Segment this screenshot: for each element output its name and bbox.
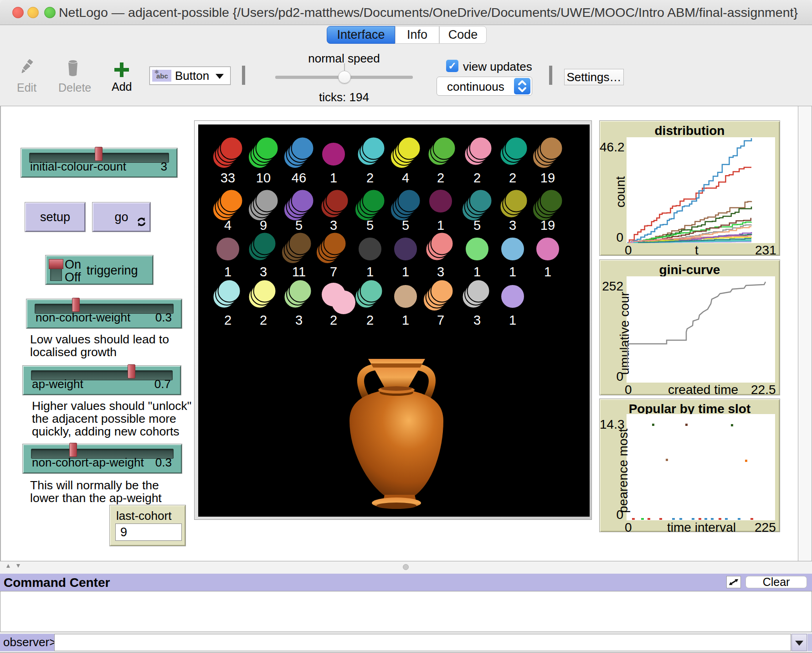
- svg-text:3: 3: [295, 313, 303, 327]
- svg-text:5: 5: [366, 218, 374, 233]
- svg-text:5: 5: [402, 218, 409, 233]
- svg-text:19: 19: [540, 171, 555, 185]
- svg-text:2: 2: [473, 171, 481, 185]
- svg-text:1: 1: [330, 171, 337, 185]
- svg-text:1: 1: [509, 313, 516, 327]
- svg-text:46: 46: [292, 171, 306, 185]
- svg-text:33: 33: [221, 171, 235, 185]
- svg-text:9: 9: [260, 218, 267, 233]
- svg-text:1: 1: [402, 264, 409, 279]
- svg-text:3: 3: [473, 313, 481, 327]
- svg-text:2: 2: [366, 171, 374, 185]
- svg-text:10: 10: [256, 171, 271, 185]
- svg-text:2: 2: [509, 171, 516, 185]
- svg-text:4: 4: [224, 218, 231, 233]
- svg-text:1: 1: [509, 264, 516, 279]
- svg-text:2: 2: [260, 313, 267, 327]
- svg-text:3: 3: [260, 264, 267, 279]
- svg-text:1: 1: [544, 264, 551, 279]
- svg-text:11: 11: [292, 264, 306, 279]
- svg-text:2: 2: [330, 313, 337, 327]
- svg-text:19: 19: [540, 218, 555, 233]
- svg-text:3: 3: [437, 264, 444, 279]
- svg-text:2: 2: [224, 313, 231, 327]
- svg-text:3: 3: [330, 218, 337, 233]
- svg-text:1: 1: [437, 218, 444, 233]
- svg-text:2: 2: [437, 171, 444, 185]
- svg-text:7: 7: [437, 313, 444, 327]
- svg-text:5: 5: [473, 218, 481, 233]
- svg-text:1: 1: [366, 264, 374, 279]
- svg-text:4: 4: [402, 171, 409, 185]
- svg-text:1: 1: [473, 264, 481, 279]
- svg-text:1: 1: [224, 264, 231, 279]
- svg-text:7: 7: [330, 264, 337, 279]
- svg-text:1: 1: [402, 313, 409, 327]
- svg-text:5: 5: [295, 218, 303, 233]
- svg-text:3: 3: [509, 218, 516, 233]
- svg-text:2: 2: [366, 313, 374, 327]
